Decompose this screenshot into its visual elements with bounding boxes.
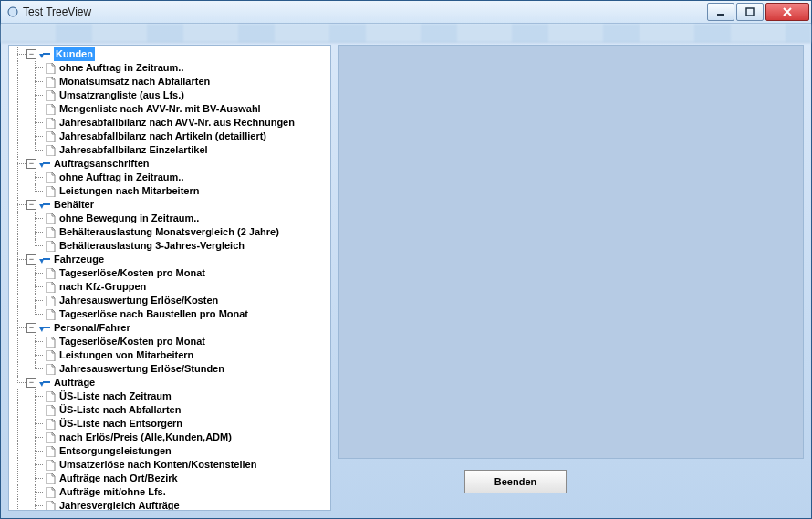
tree-node[interactable]: ÜS-Liste nach Zeitraum	[9, 389, 330, 403]
background-tabstrip	[1, 24, 811, 43]
tree-toggle[interactable]: −	[26, 254, 36, 265]
tree-toggle[interactable]: −	[26, 159, 36, 169]
arrow-right-icon	[38, 322, 51, 334]
document-icon	[44, 89, 57, 101]
document-icon	[44, 472, 57, 484]
arrow-right-icon	[38, 48, 51, 60]
tree-toggle[interactable]: −	[26, 378, 36, 388]
tree-node[interactable]: Monatsumsatz nach Abfallarten	[9, 75, 330, 88]
document-icon	[44, 500, 57, 510]
tree-node[interactable]: Tageserlöse nach Baustellen pro Monat	[9, 307, 330, 321]
tree-node-label: Behälterauslastung Monatsvergleich (2 Ja…	[59, 225, 279, 239]
tree-node[interactable]: −Auftragsanschriften	[9, 157, 330, 171]
tree-node[interactable]: Jahresabfallbilanz nach Artikeln (detail…	[9, 130, 330, 143]
document-icon	[44, 267, 57, 279]
tree-node-label: Umsatzrangliste (aus Lfs.)	[59, 88, 184, 102]
document-icon	[44, 459, 57, 471]
tree-node[interactable]: nach Erlös/Preis (Alle,Kunden,ADM)	[9, 431, 330, 444]
tree-node[interactable]: ohne Auftrag in Zeitraum..	[9, 171, 330, 184]
window-title: Test TreeView	[23, 5, 707, 18]
tree-node[interactable]: Tageserlöse/Kosten pro Monat	[9, 335, 330, 348]
tree-node[interactable]: Jahresabfallbilanz Einzelartikel	[9, 143, 330, 157]
tree-node[interactable]: Jahresauswertung Erlöse/Kosten	[9, 294, 330, 307]
tree-node-label: Jahresauswertung Erlöse/Stunden	[59, 362, 224, 376]
app-window: Test TreeView −Kundenohne Auftrag in Zei…	[0, 0, 812, 519]
tree-node-label: Kunden	[54, 47, 95, 61]
close-button[interactable]	[765, 3, 809, 21]
document-icon	[44, 390, 57, 402]
tree-toggle[interactable]: −	[26, 49, 36, 59]
tree-node[interactable]: Umsatzrangliste (aus Lfs.)	[9, 88, 330, 102]
tree-node[interactable]: Tageserlöse/Kosten pro Monat	[9, 266, 330, 280]
tree-node[interactable]: Behälterauslastung Monatsvergleich (2 Ja…	[9, 225, 330, 239]
svg-rect-2	[746, 8, 754, 16]
document-icon	[44, 418, 57, 430]
tree-node[interactable]: nach Kfz-Gruppen	[9, 280, 330, 294]
tree-node[interactable]: Aufträge mit/ohne Lfs.	[9, 485, 330, 499]
document-icon	[44, 171, 57, 183]
tree-node-label: Entsorgungsleistungen	[59, 444, 172, 458]
document-icon	[44, 404, 57, 416]
document-icon	[44, 281, 57, 293]
tree-node-label: Fahrzeuge	[54, 253, 104, 266]
tree-node-label: Jahresauswertung Erlöse/Kosten	[59, 294, 218, 307]
arrow-right-icon	[38, 377, 51, 389]
tree-node[interactable]: −Aufträge	[9, 376, 330, 389]
svg-rect-1	[717, 14, 724, 16]
minimize-button[interactable]	[707, 3, 734, 21]
tree-node-label: Tageserlöse nach Baustellen pro Monat	[59, 307, 248, 321]
tree-node[interactable]: ohne Auftrag in Zeitraum..	[9, 61, 330, 75]
tree-toggle[interactable]: −	[26, 200, 36, 210]
tree-node-label: Umsatzerlöse nach Konten/Kostenstellen	[59, 458, 256, 472]
tree-node-label: Behälterauslastung 3-Jahres-Vergleich	[59, 239, 245, 253]
document-icon	[44, 130, 57, 142]
tree-node[interactable]: Umsatzerlöse nach Konten/Kostenstellen	[9, 458, 330, 472]
tree-node[interactable]: −Behälter	[9, 198, 330, 212]
document-icon	[44, 308, 57, 320]
tree-node[interactable]: ohne Bewegung in Zeitraum..	[9, 212, 330, 225]
titlebar[interactable]: Test TreeView	[1, 1, 811, 24]
tree-scroll[interactable]: −Kundenohne Auftrag in Zeitraum..Monatsu…	[9, 46, 330, 510]
tree-node[interactable]: Mengenliste nach AVV-Nr. mit BV-Auswahl	[9, 102, 330, 116]
tree-node-label: Auftragsanschriften	[54, 157, 150, 171]
detail-panel	[338, 45, 804, 459]
tree-node[interactable]: ÜS-Liste nach Entsorgern	[9, 417, 330, 431]
maximize-button[interactable]	[736, 3, 764, 21]
close-app-button[interactable]: Beenden	[464, 470, 567, 493]
tree-node[interactable]: Jahresvergleich Aufträge	[9, 499, 330, 510]
tree-node-label: ÜS-Liste nach Entsorgern	[59, 417, 182, 431]
document-icon	[44, 144, 57, 156]
arrow-right-icon	[38, 199, 51, 211]
tree-node-label: Tageserlöse/Kosten pro Monat	[59, 266, 205, 280]
tree-node[interactable]: −Kunden	[9, 47, 330, 61]
tree-node[interactable]: Behälterauslastung 3-Jahres-Vergleich	[9, 239, 330, 253]
tree-node-label: Monatsumsatz nach Abfallarten	[59, 75, 210, 88]
client-area: −Kundenohne Auftrag in Zeitraum..Monatsu…	[8, 45, 804, 511]
tree-node[interactable]: Leistungen nach Mitarbeitern	[9, 184, 330, 198]
document-icon	[44, 62, 57, 74]
tree-node-label: Personal/Fahrer	[54, 321, 130, 335]
arrow-right-icon	[38, 254, 51, 265]
document-icon	[44, 486, 57, 498]
tree-node-label: Jahresabfallbilanz nach Artikeln (detail…	[59, 130, 266, 143]
window-controls	[707, 3, 809, 21]
document-icon	[44, 240, 57, 252]
tree-node-label: nach Kfz-Gruppen	[59, 280, 146, 294]
tree-node[interactable]: −Fahrzeuge	[9, 253, 330, 266]
document-icon	[44, 213, 57, 224]
treeview[interactable]: −Kundenohne Auftrag in Zeitraum..Monatsu…	[9, 46, 330, 510]
tree-node[interactable]: Aufträge nach Ort/Bezirk	[9, 472, 330, 485]
tree-node[interactable]: Jahresabfallbilanz nach AVV-Nr. aus Rech…	[9, 116, 330, 130]
tree-node-label: Mengenliste nach AVV-Nr. mit BV-Auswahl	[59, 102, 261, 116]
document-icon	[44, 117, 57, 129]
tree-node-label: Jahresvergleich Aufträge	[59, 499, 180, 510]
tree-node[interactable]: −Personal/Fahrer	[9, 321, 330, 335]
tree-node[interactable]: Entsorgungsleistungen	[9, 444, 330, 458]
document-icon	[44, 103, 57, 115]
tree-node-label: Leistungen nach Mitarbeitern	[59, 184, 199, 198]
tree-node[interactable]: Leistungen von Mitarbeitern	[9, 348, 330, 362]
tree-toggle[interactable]: −	[26, 323, 36, 333]
tree-node[interactable]: Jahresauswertung Erlöse/Stunden	[9, 362, 330, 376]
document-icon	[44, 363, 57, 375]
tree-node[interactable]: ÜS-Liste nach Abfallarten	[9, 403, 330, 417]
